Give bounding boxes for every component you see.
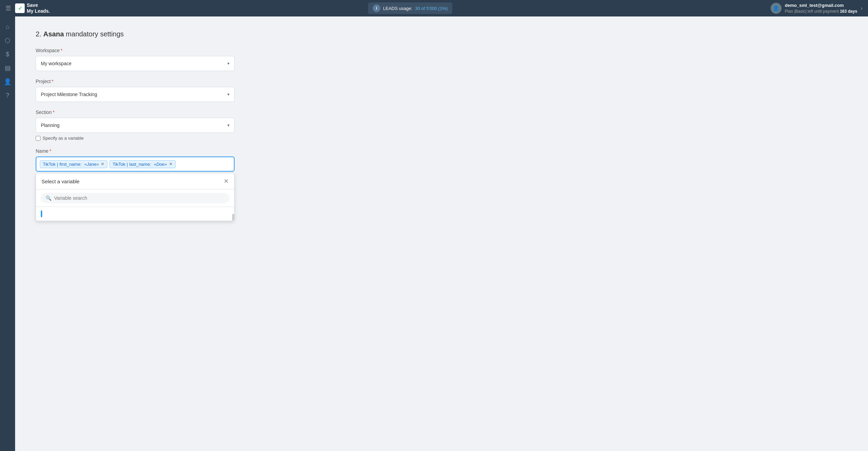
- section-select[interactable]: Planning ▾: [36, 118, 235, 133]
- topbar-right: 👤 demo_sml_test@gmail.com Plan |Basic| l…: [771, 2, 863, 14]
- section-group: Section* Planning ▾ Specify as a variabl…: [36, 109, 847, 141]
- search-icon: 🔍: [46, 195, 51, 201]
- sidebar-item-help[interactable]: ?: [1, 89, 14, 102]
- dropdown-close-icon[interactable]: ✕: [224, 177, 229, 185]
- variable-list: [36, 207, 234, 221]
- section-select-wrapper: Planning ▾: [36, 118, 235, 133]
- specify-variable-checkbox[interactable]: [36, 136, 40, 141]
- sidebar-item-templates[interactable]: ▤: [1, 62, 14, 74]
- project-label: Project*: [36, 79, 847, 84]
- sidebar-item-profile[interactable]: 👤: [1, 76, 14, 88]
- user-info: demo_sml_test@gmail.com Plan |Basic| lef…: [785, 2, 857, 14]
- tag1-source: TikTok: [43, 162, 56, 167]
- topbar: ☰ ✓ Save My Leads. i LEADS usage: 30 of …: [0, 0, 868, 16]
- main-content: 2. Asana mandatory settings Workspace* M…: [15, 16, 868, 451]
- logo: ✓ Save My Leads.: [15, 2, 50, 14]
- variable-list-content: [36, 207, 234, 221]
- dropdown-header: Select a variable ✕: [36, 173, 234, 189]
- sidebar: ⌂ ⬡ $ ▤ 👤 ?: [0, 16, 15, 451]
- sidebar-item-billing[interactable]: $: [1, 48, 14, 60]
- search-box: 🔍: [36, 189, 234, 207]
- tag1-value: «Jane»: [84, 162, 99, 167]
- logo-icon: ✓: [15, 3, 25, 13]
- name-input-field[interactable]: TikTok | first_name: «Jane» ✕ TikTok | l…: [36, 157, 235, 172]
- chevron-right-icon[interactable]: ›: [861, 5, 863, 11]
- leads-usage-banner: i LEADS usage: 30 of 5'000 (1%): [368, 2, 452, 14]
- chevron-down-icon: ▾: [227, 92, 229, 97]
- sidebar-item-home[interactable]: ⌂: [1, 21, 14, 33]
- scrollbar-thumb[interactable]: [232, 214, 234, 221]
- workspace-group: Workspace* My workspace ▾: [36, 48, 847, 71]
- leads-count: 30 of 5'000 (1%): [415, 6, 448, 11]
- search-inner: 🔍: [41, 193, 229, 203]
- chevron-down-icon: ▾: [227, 123, 229, 128]
- logo-text: Save My Leads.: [27, 2, 50, 14]
- workspace-select[interactable]: My workspace ▾: [36, 56, 235, 71]
- user-plan: Plan |Basic| left until payment 163 days: [785, 9, 857, 14]
- info-icon: i: [373, 4, 380, 12]
- variable-dropdown: Select a variable ✕ 🔍: [36, 173, 235, 221]
- sidebar-item-integrations[interactable]: ⬡: [1, 34, 14, 47]
- name-tag-1[interactable]: TikTok | first_name: «Jane» ✕: [40, 160, 107, 168]
- project-select[interactable]: Project Milestone Tracking ▾: [36, 87, 235, 102]
- leads-label: LEADS usage:: [383, 6, 412, 11]
- specify-variable-label: Specify as a variable: [43, 136, 84, 141]
- tag2-separator: |: [127, 162, 128, 167]
- project-select-wrapper: Project Milestone Tracking ▾: [36, 87, 235, 102]
- blue-bar-row: [41, 210, 229, 217]
- workspace-label: Workspace*: [36, 48, 847, 53]
- section-title: 2. Asana mandatory settings: [36, 30, 847, 38]
- brand-name: Asana: [43, 30, 64, 38]
- variable-search-input[interactable]: [54, 195, 225, 201]
- logo-check-icon: ✓: [18, 5, 22, 12]
- user-email: demo_sml_test@gmail.com: [785, 2, 857, 9]
- avatar: 👤: [771, 3, 782, 14]
- tag2-value: «Doe»: [154, 162, 167, 167]
- section-label: Section*: [36, 109, 847, 115]
- variable-list-wrapper: [36, 207, 234, 221]
- workspace-select-wrapper: My workspace ▾: [36, 56, 235, 71]
- tag2-source: TikTok: [112, 162, 125, 167]
- name-label: Name*: [36, 148, 847, 154]
- blue-bar: [41, 210, 42, 217]
- name-tag-2[interactable]: TikTok | last_name: «Doe» ✕: [109, 160, 175, 168]
- topbar-left: ☰ ✓ Save My Leads.: [5, 2, 50, 14]
- tag1-field: first_name:: [59, 162, 81, 167]
- tag1-close-icon[interactable]: ✕: [101, 162, 104, 166]
- chevron-down-icon: ▾: [227, 61, 229, 66]
- name-group: Name* TikTok | first_name: «Jane» ✕ TikT…: [36, 148, 847, 221]
- tag1-separator: |: [57, 162, 58, 167]
- dropdown-title: Select a variable: [41, 178, 80, 184]
- hamburger-icon[interactable]: ☰: [5, 4, 11, 12]
- tag2-close-icon[interactable]: ✕: [169, 162, 173, 166]
- specify-variable-row: Specify as a variable: [36, 136, 847, 141]
- tag2-field: last_name:: [129, 162, 151, 167]
- project-group: Project* Project Milestone Tracking ▾: [36, 79, 847, 102]
